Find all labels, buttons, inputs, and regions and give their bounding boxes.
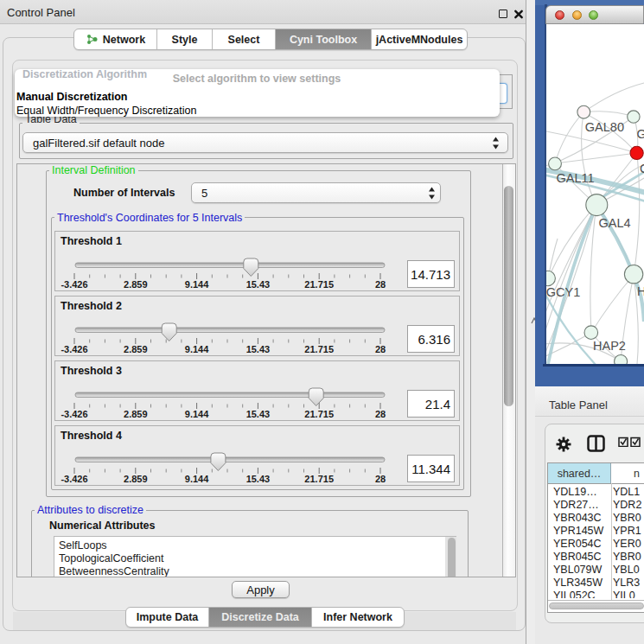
- svg-text:GAL4: GAL4: [599, 216, 631, 230]
- svg-text:HAP2: HAP2: [593, 339, 626, 353]
- svg-text:28: 28: [375, 474, 386, 484]
- svg-text:9.144: 9.144: [185, 474, 209, 484]
- svg-text:15.43: 15.43: [246, 409, 271, 419]
- svg-text:21.715: 21.715: [304, 474, 334, 484]
- svg-text:9.144: 9.144: [185, 344, 209, 354]
- svg-text:21.715: 21.715: [304, 279, 334, 290]
- svg-text:C: C: [640, 162, 644, 175]
- svg-text:-3.426: -3.426: [61, 279, 87, 290]
- svg-text:-3.426: -3.426: [61, 474, 87, 484]
- svg-text:28: 28: [375, 344, 386, 354]
- svg-text:H: H: [637, 284, 644, 298]
- svg-text:15.43: 15.43: [246, 344, 271, 354]
- svg-text:28: 28: [375, 409, 386, 419]
- svg-text:15.43: 15.43: [246, 279, 271, 290]
- svg-text:2.859: 2.859: [124, 279, 148, 290]
- svg-text:21.715: 21.715: [304, 344, 334, 354]
- svg-text:9.144: 9.144: [185, 279, 209, 290]
- svg-text:GCY1: GCY1: [546, 285, 580, 299]
- svg-text:GA: GA: [637, 127, 644, 141]
- svg-text:28: 28: [375, 279, 386, 290]
- svg-text:15.43: 15.43: [246, 474, 271, 484]
- svg-text:GAL80: GAL80: [585, 120, 624, 134]
- svg-text:2.859: 2.859: [124, 344, 148, 354]
- svg-text:9.144: 9.144: [185, 409, 209, 419]
- svg-text:2.859: 2.859: [124, 474, 148, 484]
- svg-text:-3.426: -3.426: [61, 344, 87, 354]
- svg-text:-3.426: -3.426: [61, 409, 87, 419]
- svg-text:GAL11: GAL11: [557, 171, 595, 185]
- svg-text:21.715: 21.715: [304, 409, 334, 419]
- svg-text:2.859: 2.859: [124, 409, 148, 419]
